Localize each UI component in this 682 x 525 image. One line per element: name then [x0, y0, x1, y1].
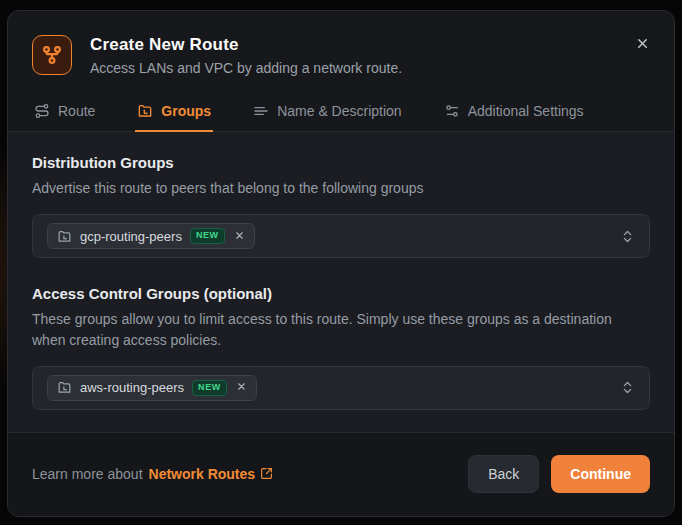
chevron-up-down-icon — [620, 380, 635, 395]
network-routes-link[interactable]: Network Routes — [149, 466, 274, 482]
distribution-groups-heading: Distribution Groups — [32, 154, 650, 171]
group-tag: gcp-routing-peers NEW — [47, 223, 255, 249]
remove-tag-icon[interactable] — [233, 230, 245, 243]
tab-route[interactable]: Route — [32, 94, 97, 132]
folder-icon — [57, 380, 72, 395]
modal-footer: Learn more about Network Routes Back Con… — [8, 432, 674, 517]
modal-header-text: Create New Route Access LANs and VPC by … — [90, 35, 402, 76]
modal-subtitle: Access LANs and VPC by adding a network … — [90, 60, 402, 76]
close-icon[interactable] — [630, 31, 654, 55]
network-routes-link-label: Network Routes — [149, 466, 256, 482]
tab-groups[interactable]: Groups — [135, 94, 213, 132]
back-button[interactable]: Back — [468, 455, 539, 493]
access-control-groups-heading: Access Control Groups (optional) — [32, 285, 650, 302]
modal-tabs: Route Groups Name & Description Addition… — [8, 94, 674, 132]
footer-actions: Back Continue — [468, 455, 650, 493]
learn-more: Learn more about Network Routes — [32, 466, 273, 482]
group-tag: aws-routing-peers NEW — [47, 375, 257, 401]
modal-header: Create New Route Access LANs and VPC by … — [8, 11, 674, 86]
network-routes-icon — [32, 35, 72, 75]
distribution-groups-select[interactable]: gcp-routing-peers NEW — [32, 214, 650, 258]
chevron-up-down-icon — [620, 229, 635, 244]
text-lines-icon — [253, 103, 269, 119]
tab-label: Route — [58, 103, 95, 119]
folder-icon — [57, 229, 72, 244]
new-badge: NEW — [190, 228, 225, 244]
settings-sliders-icon — [444, 103, 460, 119]
tab-label: Groups — [161, 103, 211, 119]
continue-button[interactable]: Continue — [551, 455, 650, 493]
access-control-groups-select[interactable]: aws-routing-peers NEW — [32, 366, 650, 410]
groups-tab-panel: Distribution Groups Advertise this route… — [8, 132, 674, 432]
distribution-groups-description: Advertise this route to peers that belon… — [32, 178, 632, 198]
tab-additional-settings[interactable]: Additional Settings — [442, 94, 586, 132]
route-icon — [34, 103, 50, 119]
group-tag-name: gcp-routing-peers — [80, 229, 182, 244]
learn-more-text: Learn more about — [32, 466, 143, 482]
access-control-groups-description: These groups allow you to limit access t… — [32, 309, 632, 350]
tab-label: Name & Description — [277, 103, 402, 119]
group-tag-name: aws-routing-peers — [80, 380, 184, 395]
folder-group-icon — [137, 103, 153, 119]
tab-name-description[interactable]: Name & Description — [251, 94, 404, 132]
external-link-icon — [260, 467, 273, 480]
modal-title: Create New Route — [90, 35, 402, 55]
remove-tag-icon[interactable] — [235, 381, 247, 394]
create-route-modal: Create New Route Access LANs and VPC by … — [7, 10, 675, 517]
tab-label: Additional Settings — [468, 103, 584, 119]
new-badge: NEW — [192, 380, 227, 396]
